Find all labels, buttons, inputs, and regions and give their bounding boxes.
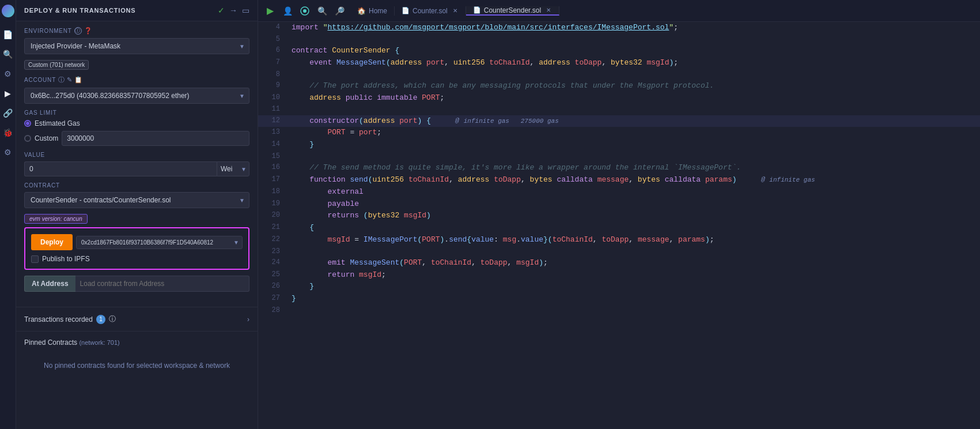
custom-gas-radio[interactable] — [24, 135, 31, 142]
compile-icon[interactable]: ⚙ — [2, 68, 14, 80]
deploy-input-wrapper: ▼ — [76, 236, 243, 249]
contract-select-wrapper: CounterSender - contracts/CounterSender.… — [24, 192, 249, 208]
counter-sol-file-icon: 📄 — [402, 7, 410, 14]
line-content-17: function send(uint256 toChainId, address… — [287, 174, 980, 186]
run-icon[interactable]: ▶ — [263, 3, 278, 18]
code-line-11: 11 — [258, 104, 980, 115]
code-line-8: 8 — [258, 69, 980, 80]
plugin-icon[interactable]: 🔗 — [2, 107, 14, 119]
code-line-18: 18 external — [258, 186, 980, 198]
debug-icon[interactable]: 🐞 — [2, 127, 14, 138]
custom-gas-input[interactable] — [62, 131, 249, 146]
code-line-5: 5 — [258, 34, 980, 45]
line-content-7: event MessageSent(address port, uint256 … — [287, 57, 980, 69]
publish-ipfs-label: Publish to IPFS — [42, 255, 90, 263]
tab-countersender-sol-label: CounterSender.sol — [484, 6, 541, 14]
top-bar-icons: ▶ 👤 🔍 🔎 — [263, 3, 347, 18]
code-line-7: 7 event MessageSent(address port, uint25… — [258, 57, 980, 69]
line-content-27: } — [287, 293, 980, 305]
account-select[interactable]: 0x6Bc...275d0 (40306.823668357707805952 … — [24, 88, 249, 104]
remix-logo-icon[interactable] — [2, 5, 14, 17]
deploy-address-input[interactable] — [76, 236, 243, 249]
file-explorer-icon[interactable]: 📄 — [2, 29, 14, 40]
expand-icon[interactable]: ▭ — [242, 6, 249, 15]
zoom-out-icon[interactable]: 🔍 — [315, 3, 330, 18]
zoom-in-icon[interactable]: 🔎 — [332, 3, 347, 18]
account-info-icon[interactable]: ⓘ — [58, 76, 65, 84]
deploy-section: Deploy ▼ Publish to IPFS — [24, 227, 249, 270]
line-content-16: // The send method is quite simple, it's… — [287, 162, 980, 174]
transactions-header[interactable]: Transactions recorded 1 ⓘ › — [24, 314, 249, 324]
network-badge: Custom (701) network — [24, 60, 89, 70]
environment-question-icon[interactable]: ❓ — [84, 27, 93, 35]
code-line-25: 25 return msgId; — [258, 269, 980, 281]
estimated-gas-label: Estimated Gas — [35, 119, 80, 127]
value-unit-select[interactable]: Wei Gwei Ether — [217, 161, 249, 176]
account-copy-icon[interactable]: 📋 — [74, 76, 82, 84]
environment-select[interactable]: Injected Provider - MetaMask — [24, 38, 249, 54]
at-address-input[interactable] — [75, 276, 249, 292]
account-edit-icon[interactable]: ✎ — [67, 76, 72, 84]
line-number-20: 20 — [258, 210, 287, 222]
deploy-run-icon[interactable] — [297, 3, 312, 18]
tab-counter-sol[interactable]: 📄 Counter.sol ✕ — [395, 6, 466, 16]
tab-home[interactable]: 🏠 Home — [350, 6, 395, 16]
environment-info-icon[interactable]: ⓘ — [74, 27, 82, 35]
forward-icon[interactable]: → — [229, 6, 237, 15]
countersender-sol-file-icon: 📄 — [473, 6, 481, 14]
deploy-icon[interactable]: ▶ — [2, 88, 14, 99]
publish-ipfs-checkbox[interactable] — [31, 255, 39, 263]
code-line-12: 12 constructor(address port) { 🛢 infinit… — [258, 115, 980, 127]
deploy-panel: DEPLOY & RUN TRANSACTIONS ✓ → ▭ ENVIRONM… — [16, 0, 258, 429]
line-number-17: 17 — [258, 174, 287, 186]
code-line-28: 28 — [258, 305, 980, 316]
deploy-panel-header: DEPLOY & RUN TRANSACTIONS ✓ → ▭ — [16, 0, 258, 21]
value-label: VALUE — [24, 152, 249, 158]
line-number-18: 18 — [258, 186, 287, 198]
tab-counter-sol-close-icon[interactable]: ✕ — [452, 7, 459, 14]
account-select-wrapper: 0x6Bc...275d0 (40306.823668357707805952 … — [24, 88, 249, 104]
gas-limit-label: GAS LIMIT — [24, 110, 249, 116]
code-line-10: 10 address public immutable PORT; — [258, 92, 980, 104]
contract-section: CONTRACT CounterSender - contracts/Count… — [24, 182, 249, 208]
line-content-13: PORT = port; — [287, 127, 980, 139]
transactions-chevron-icon: › — [247, 315, 249, 323]
deploy-panel-body: ENVIRONMENT ⓘ ❓ Injected Provider - Meta… — [16, 21, 258, 307]
tab-countersender-sol-close-icon[interactable]: ✕ — [545, 6, 552, 14]
line-number-24: 24 — [258, 257, 287, 269]
line-content-22: msgId = IMessagePort(PORT).send{value: m… — [287, 234, 980, 246]
account-circle-icon[interactable]: 👤 — [280, 3, 295, 18]
line-content-5 — [287, 34, 980, 45]
line-number-26: 26 — [258, 281, 287, 293]
line-number-21: 21 — [258, 222, 287, 234]
estimated-gas-radio[interactable] — [24, 120, 31, 127]
code-line-23: 23 — [258, 246, 980, 257]
deploy-row: Deploy ▼ — [31, 234, 243, 250]
value-input[interactable] — [24, 161, 217, 176]
tab-counter-sol-label: Counter.sol — [413, 7, 448, 15]
line-number-19: 19 — [258, 198, 287, 210]
deploy-panel-actions: ✓ → ▭ — [218, 6, 249, 15]
transactions-section: Transactions recorded 1 ⓘ › — [16, 307, 258, 331]
line-content-14: } — [287, 139, 980, 151]
line-number-16: 16 — [258, 162, 287, 174]
deploy-button[interactable]: Deploy — [31, 234, 73, 250]
at-address-button[interactable]: At Address — [24, 276, 75, 292]
code-table: 4 import "https://github.com/msgport/msg… — [258, 22, 980, 316]
home-icon: 🏠 — [357, 7, 366, 15]
contract-label: CONTRACT — [24, 182, 249, 189]
publish-row: Publish to IPFS — [31, 255, 243, 263]
search-icon[interactable]: 🔍 — [2, 48, 14, 60]
check-icon[interactable]: ✓ — [218, 6, 225, 15]
line-content-26: } — [287, 281, 980, 293]
deploy-panel-title: DEPLOY & RUN TRANSACTIONS — [24, 7, 135, 14]
line-content-28 — [287, 305, 980, 316]
code-line-14: 14 } — [258, 139, 980, 151]
contract-select[interactable]: CounterSender - contracts/CounterSender.… — [24, 192, 249, 208]
line-number-9: 9 — [258, 80, 287, 92]
tab-home-label: Home — [369, 7, 387, 15]
settings-icon[interactable]: ⚙ — [2, 146, 14, 158]
transactions-info-icon[interactable]: ⓘ — [109, 314, 116, 324]
tab-countersender-sol[interactable]: 📄 CounterSender.sol ✕ — [466, 6, 559, 16]
value-input-row: Wei Gwei Ether ▼ — [24, 161, 249, 176]
